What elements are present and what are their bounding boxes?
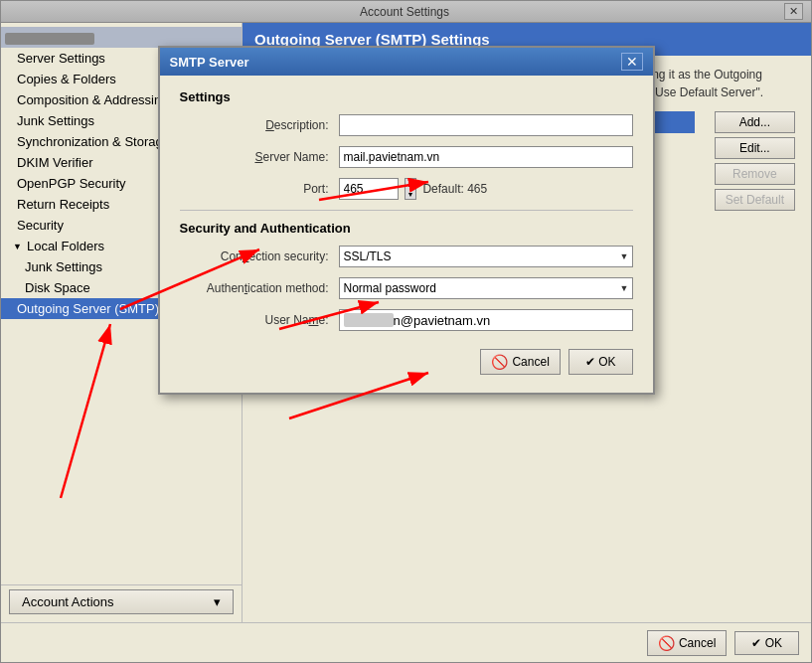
dialog-ok-button[interactable]: ✔ OK (568, 349, 633, 375)
main-window: Account Settings ✕ Server Settings Copie… (0, 0, 812, 663)
port-spinner: ▲ ▼ (405, 178, 417, 200)
dialog-buttons: 🚫 Cancel ✔ OK (180, 341, 633, 379)
username-masked (344, 313, 394, 327)
dialog-close-button[interactable]: ✕ (621, 53, 643, 71)
description-input[interactable] (339, 114, 633, 136)
connection-security-label: Connection security: (180, 249, 339, 263)
port-controls: ▲ ▼ Default: 465 (339, 178, 488, 200)
port-label: Port: (180, 182, 339, 196)
port-spin-up[interactable]: ▲ (406, 179, 416, 189)
dialog-body: Settings Description: Server Name: (160, 76, 653, 393)
server-name-input[interactable] (339, 146, 633, 168)
connection-security-select[interactable]: SSL/TLS STARTTLS None (339, 246, 633, 267)
dialog-ok-icon: ✔ (585, 355, 598, 369)
auth-method-select[interactable]: Normal password No authentication Encryp… (339, 277, 633, 299)
server-name-row: Server Name: (180, 146, 633, 168)
auth-method-row: Authentication method: Normal password N… (180, 277, 633, 299)
dialog-title: SMTP Server (170, 55, 249, 70)
username-value: n@pavietnam.vn (394, 313, 491, 328)
port-input[interactable] (339, 178, 399, 200)
username-label: User Name: (180, 313, 339, 327)
smtp-dialog: SMTP Server ✕ Settings Description: Serv… (158, 46, 655, 395)
connection-security-wrapper: SSL/TLS STARTTLS None (339, 246, 633, 267)
port-default-label: Default: 465 (422, 182, 487, 196)
auth-method-label: Authentication method: (180, 281, 339, 295)
dialog-cancel-button[interactable]: 🚫 Cancel (480, 349, 560, 375)
description-row: Description: (180, 114, 633, 136)
username-field: n@pavietnam.vn (339, 309, 633, 331)
description-label-text: Description: (265, 118, 328, 132)
username-row: User Name: n@pavietnam.vn (180, 309, 633, 331)
dialog-title-bar: SMTP Server ✕ (160, 48, 653, 76)
port-spin-down[interactable]: ▼ (406, 189, 416, 199)
port-row: Port: ▲ ▼ Default: 465 (180, 178, 633, 200)
server-name-label: Server Name: (180, 150, 339, 164)
description-label: Description: (180, 118, 339, 132)
connection-security-row: Connection security: SSL/TLS STARTTLS No… (180, 246, 633, 267)
security-section-title: Security and Authentication (180, 221, 633, 236)
auth-method-wrapper: Normal password No authentication Encryp… (339, 277, 633, 299)
dialog-cancel-icon: 🚫 (491, 354, 508, 370)
section-divider (180, 210, 633, 211)
dialog-overlay: SMTP Server ✕ Settings Description: Serv… (1, 1, 811, 662)
settings-section-title: Settings (180, 89, 633, 104)
